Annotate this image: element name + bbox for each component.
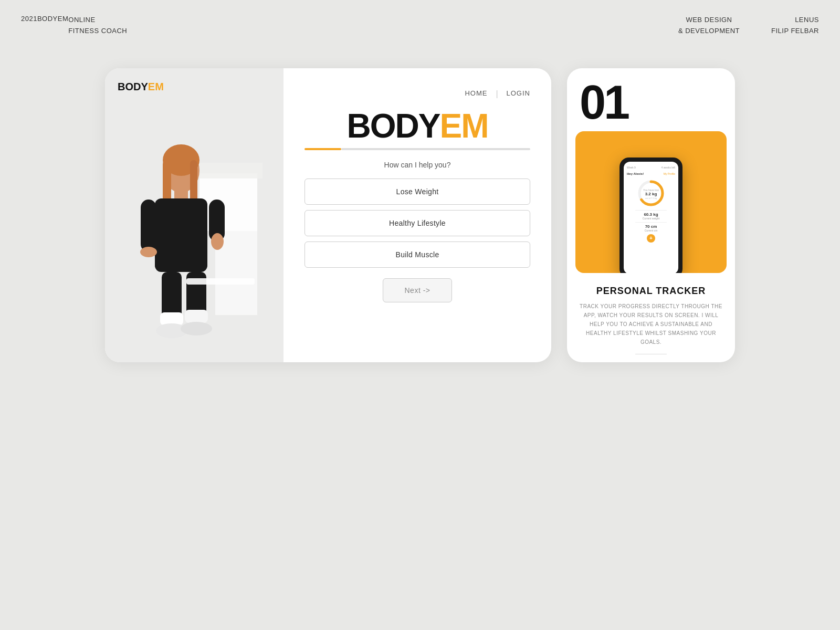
phone-add-button[interactable]: +	[647, 234, 655, 243]
phone-weight-stat: 60.3 kg Current weight	[627, 212, 675, 220]
login-link[interactable]: LOGIN	[507, 89, 530, 99]
option-lose-weight[interactable]: Lose Weight	[304, 178, 530, 205]
option-healthy-lifestyle[interactable]: Healthy Lifestyle	[304, 210, 530, 236]
main-brand-logo: BODY EM	[347, 109, 488, 143]
phone-divider-2	[635, 222, 667, 223]
form-section: BODY EM HOME | LOGIN BODY EM How can I	[284, 68, 551, 362]
phone-progress-circle: You have lost 3.2 kg out of 7.5 kg	[636, 178, 666, 208]
tracker-phone-section: Week 9 4 weeks left Hey Alexis! My Profi…	[575, 131, 727, 273]
nav-year: 2021	[21, 15, 37, 23]
svg-rect-3	[200, 163, 262, 178]
svg-rect-20	[186, 278, 255, 285]
phone-greeting: Hey Alexis!	[627, 172, 644, 175]
svg-point-12	[140, 247, 157, 257]
phone-profile-link[interactable]: My Profile	[664, 172, 675, 176]
svg-rect-14	[162, 272, 182, 319]
svg-text:3.2 kg: 3.2 kg	[645, 192, 657, 196]
home-link[interactable]: HOME	[465, 89, 487, 99]
phone-mockup: Week 9 4 weeks left Hey Alexis! My Profi…	[620, 158, 682, 273]
app-mockup-card: BODY EM HOME | LOGIN BODY EM How can I	[105, 68, 551, 362]
nav-webdesign: WEB DESIGN & DEVELOPMENT	[678, 15, 740, 37]
small-brand-logo: BODY EM	[118, 81, 164, 93]
svg-rect-1	[200, 173, 257, 231]
nav-subtitle: ONLINE FITNESS COACH	[68, 15, 127, 37]
phone-weeks-left: 4 weeks left	[662, 166, 675, 169]
svg-rect-10	[141, 200, 156, 252]
svg-point-19	[181, 322, 212, 335]
main-content: BODY EM HOME | LOGIN BODY EM How can I	[0, 47, 840, 383]
nav-author: LENUS FILIP FELBAR	[771, 15, 819, 37]
fitness-person-image	[105, 68, 284, 362]
underline-gray	[341, 148, 530, 150]
phone-header: Week 9 4 weeks left	[627, 166, 675, 169]
top-navigation: 2021 BODYEM ONLINE FITNESS COACH WEB DES…	[0, 0, 840, 37]
tracker-title: PERSONAL TRACKER	[578, 286, 724, 297]
svg-rect-8	[174, 189, 188, 200]
option-build-muscle[interactable]: Build Muscle	[304, 242, 530, 268]
phone-screen: Week 9 4 weeks left Hey Alexis! My Profi…	[624, 162, 678, 273]
next-button[interactable]: Next ->	[383, 278, 452, 302]
personal-tracker-card: 01 Week 9 4 weeks left Hey Alexis! My Pr…	[567, 68, 735, 362]
svg-rect-9	[155, 198, 207, 272]
svg-point-13	[211, 233, 224, 250]
phone-week: Week 9	[627, 166, 636, 169]
tracker-description: TRACK YOUR PROGRESS DIRECTLY THROUGH THE…	[578, 302, 724, 346]
tracker-divider	[635, 354, 667, 354]
logo-underline	[304, 148, 530, 150]
form-nav: HOME | LOGIN	[304, 89, 530, 99]
tracker-body: PERSONAL TRACKER TRACK YOUR PROGRESS DIR…	[567, 278, 735, 362]
nav-brand: BODYEM	[37, 15, 68, 23]
underline-orange	[304, 148, 341, 150]
photo-section	[105, 68, 284, 362]
phone-divider-1	[635, 210, 667, 211]
tracker-number: 01	[567, 68, 735, 126]
phone-cm-stat: 70 cm Current cm	[627, 224, 675, 232]
form-question: How can I help you?	[384, 161, 451, 169]
svg-text:out of 7.5 kg: out of 7.5 kg	[645, 197, 657, 200]
svg-rect-17	[185, 310, 208, 323]
